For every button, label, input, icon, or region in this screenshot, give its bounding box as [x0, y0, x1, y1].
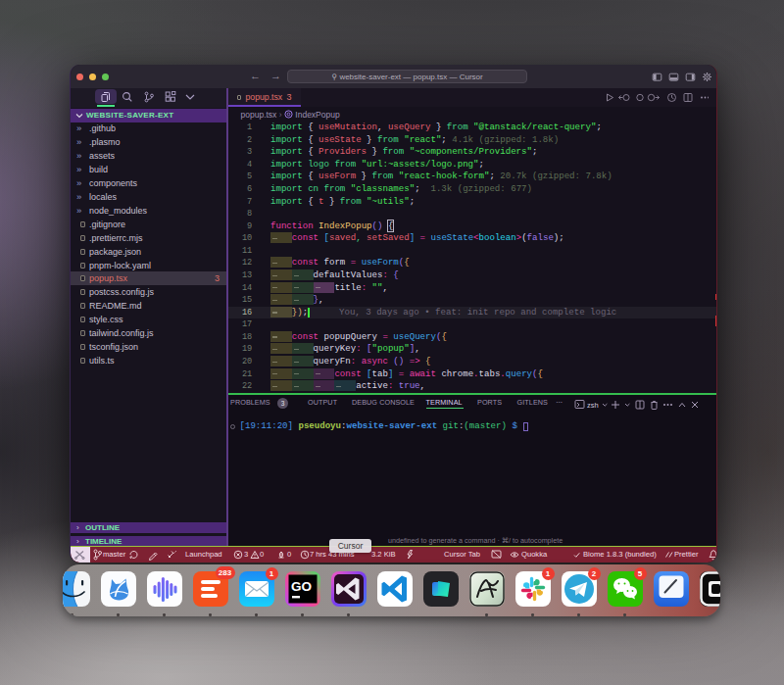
- svg-text:zsh: zsh: [587, 401, 599, 410]
- svg-text:GO: GO: [291, 578, 312, 593]
